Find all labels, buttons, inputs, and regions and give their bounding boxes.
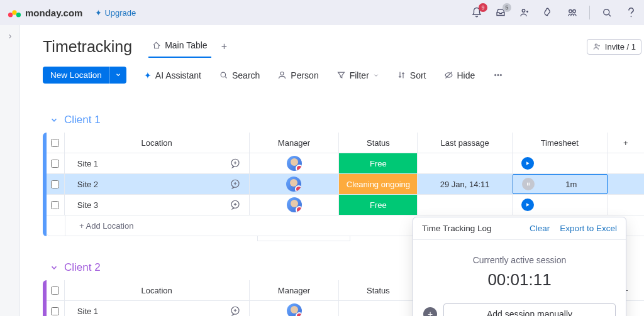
avatar [287,303,302,316]
svg-point-10 [280,72,284,75]
popover-body: Currently active session 00:01:11 + Add … [413,240,626,316]
svg-point-4 [569,10,572,13]
table-row[interactable]: Site 3 Free [47,195,644,215]
plus-circle-icon[interactable]: + [423,307,437,316]
status-cell[interactable]: Free [339,195,418,215]
ai-assistant-button[interactable]: ✦ AI Assistant [144,70,201,80]
row-checkbox[interactable] [47,174,65,194]
search-icon[interactable] [600,6,614,19]
person-filter-button[interactable]: Person [277,70,318,80]
timesheet-cell[interactable] [513,153,608,173]
add-location-cell[interactable]: + Add Location [65,215,257,236]
add-view-button[interactable]: + [216,38,232,55]
row-checkbox[interactable] [47,195,65,215]
inbox-icon[interactable]: 5 [494,6,508,19]
svg-point-6 [604,9,609,15]
last-passage-cell[interactable]: 29 Jan, 14:11 [418,174,513,194]
board-title: Timetracking [43,38,132,56]
table-row[interactable]: Site 1 Free [47,153,644,174]
status-cell[interactable] [339,301,418,316]
notifications-badge: 9 [479,3,487,12]
svg-point-3 [522,9,525,13]
upgrade-button[interactable]: ✦ Upgrade [95,8,136,18]
add-session-button[interactable]: Add session manually [443,303,616,316]
location-cell[interactable]: Site 1 [65,153,250,173]
marketplace-icon[interactable] [565,6,579,19]
filter-label: Filter [350,70,369,80]
filter-button[interactable]: Filter [336,70,379,80]
add-session-row: + Add session manually [423,303,616,316]
manager-cell[interactable] [250,174,340,194]
sort-button[interactable]: Sort [397,70,426,80]
location-cell[interactable]: Site 3 [65,195,250,215]
location-name: Site 3 [71,200,228,210]
new-item-dropdown[interactable] [109,67,126,84]
svg-point-12 [497,74,499,76]
svg-point-8 [595,44,597,46]
expand-conversation-icon[interactable] [228,303,243,316]
timesheet-cell[interactable] [513,195,608,215]
last-passage-cell[interactable] [418,153,513,173]
location-cell[interactable]: Site 2 [65,174,250,194]
svg-rect-17 [529,183,530,186]
group-header[interactable]: Client 1 [43,114,644,126]
svg-point-13 [500,74,502,76]
manager-cell[interactable] [250,195,340,215]
col-status-header[interactable]: Status [339,133,418,153]
expand-conversation-icon[interactable] [228,197,243,212]
expand-conversation-icon[interactable] [228,156,243,171]
sparkle-icon: ✦ [95,8,102,18]
logo[interactable]: monday.com [8,6,82,19]
manager-cell[interactable] [250,153,340,173]
more-menu-button[interactable] [492,70,504,80]
col-timesheet-header[interactable]: Timesheet [513,133,608,153]
location-cell[interactable]: Site 1 [65,301,250,316]
select-all-checkbox[interactable] [47,280,65,300]
row-checkbox[interactable] [47,153,65,173]
search-button[interactable]: Search [219,70,260,80]
last-passage-cell[interactable] [418,195,513,215]
row-checkbox[interactable] [47,301,65,316]
notifications-icon[interactable]: 9 [470,6,484,19]
main-area: Timetracking Main Table + Invite / 1 New… [20,25,644,316]
search-label: Search [232,70,260,80]
col-manager-header[interactable]: Manager [250,133,340,153]
select-all-checkbox[interactable] [47,133,65,153]
expand-conversation-icon[interactable] [228,177,243,192]
status-cell[interactable]: Free [339,153,418,173]
invite-label: Invite / 1 [605,42,636,52]
invite-member-icon[interactable] [518,6,531,19]
manager-cell[interactable] [250,301,340,316]
sort-label: Sort [410,70,426,80]
svg-point-5 [573,10,576,13]
status-cell[interactable]: Cleaning ongoing [339,174,418,194]
pause-icon[interactable] [522,178,535,190]
col-manager-header[interactable]: Manager [250,280,340,300]
col-status-header[interactable]: Status [339,280,418,300]
timesheet-cell[interactable]: 1m [513,174,608,194]
clear-link[interactable]: Clear [530,224,550,233]
hide-button[interactable]: Hide [444,70,475,80]
invite-button[interactable]: Invite / 1 [587,39,641,55]
apps-icon[interactable] [541,6,555,19]
status-badge: Free [339,153,417,173]
svg-point-7 [630,16,631,17]
new-item-label[interactable]: New Location [43,67,109,84]
new-item-button[interactable]: New Location [43,67,126,84]
table-row[interactable]: Site 2 Cleaning ongoing 29 Jan, 14:11 1m [47,174,644,195]
col-last-header[interactable]: Last passage [418,133,513,153]
expand-rail-icon[interactable] [6,33,14,316]
tab-main-table[interactable]: Main Table [148,35,211,58]
export-link[interactable]: Export to Excel [560,224,617,233]
help-icon[interactable] [624,6,638,19]
logo-text: monday.com [25,8,82,18]
col-location-header[interactable]: Location [65,133,250,153]
divider [589,6,590,19]
avatar [287,197,302,212]
play-icon[interactable] [521,157,534,170]
play-icon[interactable] [521,199,534,211]
blank-checkbox [47,215,65,236]
board-header: Timetracking Main Table + Invite / 1 [43,35,644,58]
add-column-button[interactable]: + [608,133,644,153]
col-location-header[interactable]: Location [65,280,250,300]
